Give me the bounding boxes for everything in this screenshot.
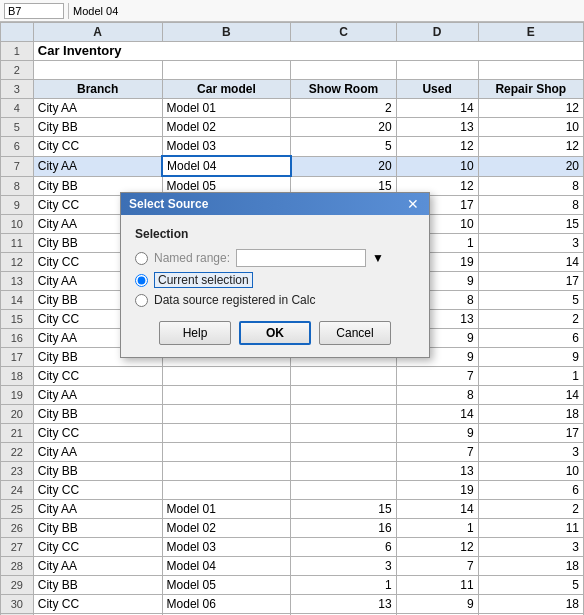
dialog-title: Select Source bbox=[129, 197, 208, 211]
named-range-row: Named range: ▼ bbox=[135, 249, 415, 267]
help-button[interactable]: Help bbox=[159, 321, 231, 345]
current-selection-text: Current selection bbox=[154, 272, 253, 288]
current-selection-row: Current selection bbox=[135, 273, 415, 287]
spreadsheet: A B C D E 1Car Inventory23BranchCar mode… bbox=[0, 22, 584, 615]
ok-button[interactable]: OK bbox=[239, 321, 311, 345]
dropdown-arrow-icon[interactable]: ▼ bbox=[372, 251, 384, 265]
dialog-section-label: Selection bbox=[135, 227, 415, 241]
dialog-buttons: Help OK Cancel bbox=[135, 321, 415, 345]
name-box[interactable] bbox=[4, 3, 64, 19]
datasource-row: Data source registered in Calc bbox=[135, 293, 415, 307]
radio-current-selection[interactable] bbox=[135, 274, 148, 287]
dialog-body: Selection Named range: ▼ Current selecti… bbox=[121, 215, 429, 357]
radio-datasource-label: Data source registered in Calc bbox=[154, 293, 315, 307]
formula-input[interactable] bbox=[73, 3, 580, 19]
dialog-titlebar: Select Source ✕ bbox=[121, 193, 429, 215]
dialog-close-button[interactable]: ✕ bbox=[405, 197, 421, 211]
cancel-button[interactable]: Cancel bbox=[319, 321, 391, 345]
radio-datasource[interactable] bbox=[135, 294, 148, 307]
dialog-overlay: Select Source ✕ Selection Named range: ▼… bbox=[0, 22, 584, 615]
radio-named-range[interactable] bbox=[135, 252, 148, 265]
formula-bar bbox=[0, 0, 584, 22]
named-range-input[interactable] bbox=[236, 249, 366, 267]
formula-divider bbox=[68, 3, 69, 19]
radio-named-label: Named range: bbox=[154, 251, 230, 265]
radio-current-label: Current selection bbox=[154, 273, 253, 287]
select-source-dialog: Select Source ✕ Selection Named range: ▼… bbox=[120, 192, 430, 358]
